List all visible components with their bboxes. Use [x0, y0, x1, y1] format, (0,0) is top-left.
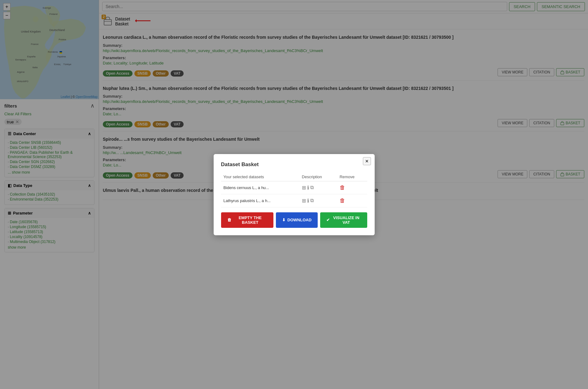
basket-item-desc-icons-1: ⊞ ℹ ⧉ [302, 198, 335, 204]
empty-basket-btn[interactable]: 🗑 EMPTY THE BASKET [221, 212, 274, 228]
visualize-label: VISUALIZE IN VAT [332, 215, 361, 225]
modal-close-btn[interactable]: ✕ [363, 157, 371, 165]
modal-overlay[interactable]: ✕ Dataset Basket Your selected datasets … [0, 0, 588, 389]
empty-basket-label: EMPTY THE BASKET [233, 215, 268, 225]
dataset-basket-modal: ✕ Dataset Basket Your selected datasets … [214, 154, 375, 235]
basket-item-row-1: Lathyrus palustris L., a h... ⊞ ℹ ⧉ 🗑 [221, 194, 367, 207]
col-remove-header: Remove [337, 173, 367, 181]
basket-item-name-1: Lathyrus palustris L., a h... [221, 194, 299, 207]
download-icon: ⬇ [282, 218, 285, 222]
basket-item-row-0: Bidens cernuus L., a hu... ⊞ ℹ ⧉ 🗑 [221, 181, 367, 194]
col-description-header: Description [299, 173, 337, 181]
copy-icon-0[interactable]: ⧉ [310, 185, 314, 190]
download-btn[interactable]: ⬇ DOWNLOAD [276, 212, 318, 228]
download-label: DOWNLOAD [287, 218, 311, 222]
remove-item-btn-0[interactable]: 🗑 [340, 184, 345, 191]
modal-title: Dataset Basket [221, 161, 367, 168]
empty-basket-icon: 🗑 [227, 218, 231, 222]
table-icon-1[interactable]: ⊞ [302, 198, 306, 204]
copy-icon-1[interactable]: ⧉ [310, 198, 314, 203]
info-icon-1[interactable]: ℹ [307, 198, 309, 204]
modal-footer: 🗑 EMPTY THE BASKET ⬇ DOWNLOAD ✔ VISUALIZ… [221, 212, 367, 228]
basket-item-desc-icons-0: ⊞ ℹ ⧉ [302, 185, 335, 191]
basket-item-name-0: Bidens cernuus L., a hu... [221, 181, 299, 194]
visualize-icon: ✔ [326, 218, 330, 222]
basket-table: Your selected datasets Description Remov… [221, 173, 367, 207]
table-icon-0[interactable]: ⊞ [302, 185, 306, 191]
remove-item-btn-1[interactable]: 🗑 [340, 197, 345, 204]
visualize-btn[interactable]: ✔ VISUALIZE IN VAT [320, 212, 367, 228]
info-icon-0[interactable]: ℹ [307, 185, 309, 191]
col-selected-header: Your selected datasets [221, 173, 299, 181]
